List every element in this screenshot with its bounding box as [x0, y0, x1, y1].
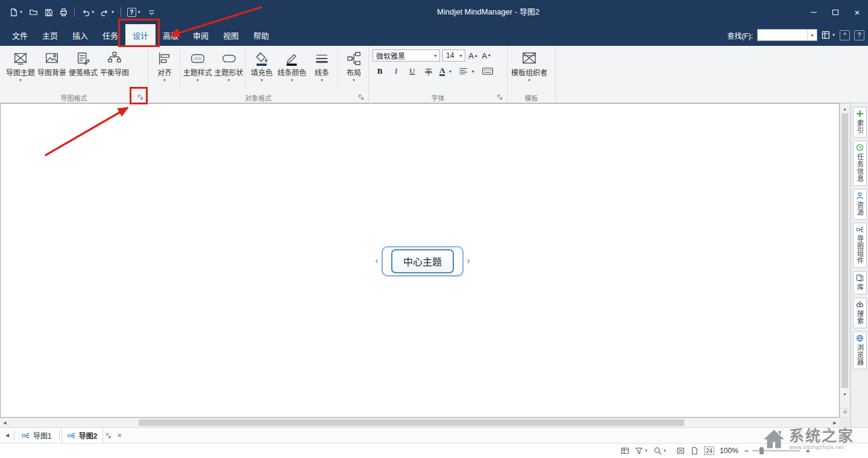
panel-tab-library[interactable]: 库 — [853, 271, 867, 294]
zoom-slider-thumb[interactable] — [760, 447, 764, 454]
central-topic[interactable]: 中心主题 — [391, 249, 454, 273]
help-button[interactable]: ? — [854, 30, 864, 40]
topic-style-button[interactable]: 主题样式 ▼ — [182, 48, 213, 82]
marker-list-button[interactable]: ▼ — [822, 31, 835, 39]
collapse-ribbon-button[interactable]: ^ — [840, 30, 850, 40]
page-setup-button[interactable] — [690, 447, 699, 455]
close-view-button[interactable] — [676, 447, 685, 455]
object-format-dialog-launcher[interactable] — [357, 94, 365, 101]
bold-button[interactable]: B — [374, 65, 385, 77]
tab-file[interactable]: 文件 — [5, 24, 35, 46]
layout-button[interactable]: 布局 ▼ — [339, 48, 368, 82]
open-button[interactable] — [26, 4, 41, 21]
minimize-button[interactable] — [803, 0, 825, 24]
split-view-button[interactable] — [841, 408, 849, 416]
new-document-button[interactable]: ▼ — [6, 4, 26, 21]
find-area: 查找(F): ▼ ▼ ^ ? — [727, 24, 868, 46]
tab-insert[interactable]: 插入 — [65, 24, 95, 46]
panel-tab-browser[interactable]: 浏览器 — [853, 331, 867, 369]
panel-tab-task-info[interactable]: 任务信息 — [853, 141, 867, 186]
tab-list-launcher[interactable] — [103, 433, 114, 439]
panel-tab-resources[interactable]: 资源 — [853, 189, 867, 220]
horizontal-scrollbar[interactable]: ◀ ▶ — [0, 418, 840, 427]
strikethrough-button[interactable]: 干 — [423, 65, 434, 77]
document-tab-map1[interactable]: 导图1 — [16, 428, 57, 443]
close-document-button[interactable]: × — [114, 431, 125, 440]
panel-tab-index[interactable]: 索引 — [853, 107, 867, 138]
scroll-left-icon[interactable]: ◀ — [1, 418, 8, 427]
marker-view-button[interactable] — [621, 447, 629, 455]
font-size-select[interactable]: 14 ▼ — [442, 49, 465, 62]
customize-toolbar-button[interactable] — [144, 4, 159, 21]
triangle-up-icon: ▲ — [474, 54, 478, 57]
undo-button[interactable]: ▼ — [78, 4, 98, 21]
text-align-button[interactable]: ▼ — [459, 65, 477, 77]
index-icon — [856, 110, 864, 118]
fill-color-button[interactable]: 填充色 ▼ — [247, 48, 276, 82]
vertical-scrollbar[interactable]: ▲ ▼ — [840, 103, 850, 418]
chevron-down-icon: ▼ — [19, 10, 23, 14]
scroll-up-icon[interactable]: ▲ — [840, 105, 849, 112]
tab-home[interactable]: 主页 — [35, 24, 65, 46]
horizontal-scrollbar-thumb[interactable] — [139, 419, 684, 426]
print-button[interactable] — [56, 4, 71, 21]
zoom-level[interactable]: 100% — [720, 447, 738, 455]
page-count-badge[interactable]: 24 — [704, 447, 714, 455]
tab-review[interactable]: 审阅 — [186, 24, 216, 46]
close-button[interactable]: × — [846, 0, 868, 24]
zoom-out-button[interactable]: − — [744, 447, 749, 456]
search-icon — [856, 301, 864, 308]
topic-shape-button[interactable]: 主题形状 ▼ — [213, 48, 245, 82]
map-theme-button[interactable]: 导图主题 ▼ — [5, 48, 36, 82]
map-canvas[interactable]: ‹ 中心主题 › — [0, 103, 840, 418]
insert-topic-handle-right-icon[interactable]: › — [467, 255, 470, 267]
scroll-right-icon[interactable]: ▶ — [831, 418, 838, 427]
grow-font-button[interactable]: A▲ — [468, 49, 479, 62]
tab-task[interactable]: 任务 — [95, 24, 125, 46]
tab-help[interactable]: 帮助 — [246, 24, 276, 46]
balance-map-button[interactable]: 平衡导图 — [99, 48, 130, 77]
scroll-down-icon[interactable]: ▼ — [840, 390, 849, 398]
line-color-button[interactable]: 线条颜色 ▼ — [276, 48, 307, 82]
zoom-slider[interactable] — [752, 447, 800, 455]
filter-button[interactable]: ▼ — [635, 447, 648, 455]
maximize-button[interactable] — [825, 0, 846, 24]
tab-scroll-left-icon[interactable]: ◀ — [2, 433, 12, 438]
chevron-down-icon: ▼ — [91, 10, 95, 14]
tab-design[interactable]: 设计 — [125, 24, 156, 46]
help-icon: ? — [127, 8, 136, 17]
chevron-down-icon[interactable]: ▼ — [807, 30, 817, 40]
note-format-button[interactable]: 便笺格式 — [68, 48, 99, 77]
italic-button[interactable]: I — [391, 65, 401, 77]
map-parts-icon — [856, 226, 864, 234]
shrink-font-button[interactable]: A▼ — [481, 49, 492, 62]
save-button[interactable] — [41, 4, 56, 21]
underline-button[interactable]: U — [407, 65, 418, 77]
line-button[interactable]: 线条 ▼ — [307, 48, 336, 82]
layout-icon — [346, 49, 362, 68]
group-label-object-format: 对象格式 — [245, 93, 272, 103]
vertical-scrollbar-thumb[interactable] — [841, 113, 848, 388]
font-dialog-launcher[interactable] — [496, 94, 503, 101]
panel-tab-search[interactable]: 搜索 — [853, 297, 867, 328]
redo-icon — [101, 8, 110, 17]
find-input[interactable]: ▼ — [757, 29, 817, 41]
align-button[interactable]: 对齐 ▼ — [150, 48, 179, 82]
zoom-tool-button[interactable]: ▼ — [653, 447, 667, 455]
template-organizer-button[interactable]: 模板组织者 ▼ — [510, 48, 549, 82]
font-family-select[interactable]: 微软雅黑 ▼ — [373, 49, 440, 62]
map-format-dialog-launcher[interactable] — [137, 94, 144, 101]
zoom-in-button[interactable]: + — [805, 447, 810, 456]
help-menu-button[interactable]: ? ▼ — [124, 4, 144, 21]
panel-tab-map-parts[interactable]: 导图组件 — [853, 223, 867, 268]
keyboard-button[interactable] — [482, 65, 493, 77]
tab-advanced[interactable]: 高级 — [156, 24, 186, 46]
redo-button[interactable]: ▼ — [98, 4, 118, 21]
document-tab-map2[interactable]: 导图2 — [61, 428, 104, 443]
maximize-icon — [832, 10, 838, 15]
insert-topic-handle-left-icon[interactable]: ‹ — [375, 255, 379, 267]
font-color-button[interactable]: A ▼ — [439, 65, 454, 77]
tab-view[interactable]: 视图 — [216, 24, 246, 46]
chevron-down-icon: ▼ — [290, 78, 294, 82]
map-background-button[interactable]: 导图背景 — [36, 48, 68, 77]
